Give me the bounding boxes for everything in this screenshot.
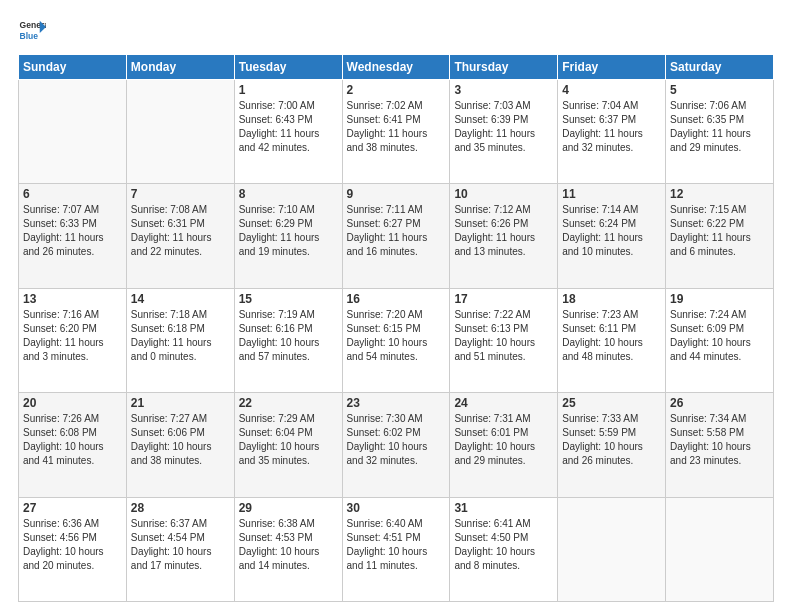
day-info: Sunrise: 7:23 AMSunset: 6:11 PMDaylight:… [562, 308, 661, 364]
day-number: 15 [239, 292, 338, 306]
calendar-cell: 16Sunrise: 7:20 AMSunset: 6:15 PMDayligh… [342, 288, 450, 392]
calendar-cell: 13Sunrise: 7:16 AMSunset: 6:20 PMDayligh… [19, 288, 127, 392]
calendar-body: 1Sunrise: 7:00 AMSunset: 6:43 PMDaylight… [19, 80, 774, 602]
calendar-cell: 3Sunrise: 7:03 AMSunset: 6:39 PMDaylight… [450, 80, 558, 184]
calendar-cell [666, 497, 774, 601]
calendar-cell: 20Sunrise: 7:26 AMSunset: 6:08 PMDayligh… [19, 393, 127, 497]
calendar-cell: 31Sunrise: 6:41 AMSunset: 4:50 PMDayligh… [450, 497, 558, 601]
day-info: Sunrise: 6:37 AMSunset: 4:54 PMDaylight:… [131, 517, 230, 573]
day-info: Sunrise: 7:00 AMSunset: 6:43 PMDaylight:… [239, 99, 338, 155]
day-info: Sunrise: 7:29 AMSunset: 6:04 PMDaylight:… [239, 412, 338, 468]
calendar-cell: 25Sunrise: 7:33 AMSunset: 5:59 PMDayligh… [558, 393, 666, 497]
day-number: 1 [239, 83, 338, 97]
day-number: 13 [23, 292, 122, 306]
day-number: 31 [454, 501, 553, 515]
calendar-table: SundayMondayTuesdayWednesdayThursdayFrid… [18, 54, 774, 602]
calendar-cell: 7Sunrise: 7:08 AMSunset: 6:31 PMDaylight… [126, 184, 234, 288]
page: General Blue SundayMondayTuesdayWednesda… [0, 0, 792, 612]
day-number: 21 [131, 396, 230, 410]
day-info: Sunrise: 7:03 AMSunset: 6:39 PMDaylight:… [454, 99, 553, 155]
day-info: Sunrise: 7:07 AMSunset: 6:33 PMDaylight:… [23, 203, 122, 259]
day-number: 7 [131, 187, 230, 201]
calendar-cell: 5Sunrise: 7:06 AMSunset: 6:35 PMDaylight… [666, 80, 774, 184]
day-info: Sunrise: 7:10 AMSunset: 6:29 PMDaylight:… [239, 203, 338, 259]
day-info: Sunrise: 6:40 AMSunset: 4:51 PMDaylight:… [347, 517, 446, 573]
day-info: Sunrise: 7:02 AMSunset: 6:41 PMDaylight:… [347, 99, 446, 155]
day-info: Sunrise: 6:41 AMSunset: 4:50 PMDaylight:… [454, 517, 553, 573]
day-info: Sunrise: 6:38 AMSunset: 4:53 PMDaylight:… [239, 517, 338, 573]
calendar-cell: 17Sunrise: 7:22 AMSunset: 6:13 PMDayligh… [450, 288, 558, 392]
logo: General Blue [18, 16, 46, 44]
calendar-header: SundayMondayTuesdayWednesdayThursdayFrid… [19, 55, 774, 80]
calendar-cell: 14Sunrise: 7:18 AMSunset: 6:18 PMDayligh… [126, 288, 234, 392]
header-cell-monday: Monday [126, 55, 234, 80]
day-info: Sunrise: 7:16 AMSunset: 6:20 PMDaylight:… [23, 308, 122, 364]
day-number: 16 [347, 292, 446, 306]
header-cell-sunday: Sunday [19, 55, 127, 80]
day-info: Sunrise: 7:34 AMSunset: 5:58 PMDaylight:… [670, 412, 769, 468]
day-info: Sunrise: 7:19 AMSunset: 6:16 PMDaylight:… [239, 308, 338, 364]
day-info: Sunrise: 7:14 AMSunset: 6:24 PMDaylight:… [562, 203, 661, 259]
day-number: 12 [670, 187, 769, 201]
day-info: Sunrise: 7:33 AMSunset: 5:59 PMDaylight:… [562, 412, 661, 468]
calendar-cell: 1Sunrise: 7:00 AMSunset: 6:43 PMDaylight… [234, 80, 342, 184]
week-row-1: 1Sunrise: 7:00 AMSunset: 6:43 PMDaylight… [19, 80, 774, 184]
day-number: 29 [239, 501, 338, 515]
calendar-cell: 26Sunrise: 7:34 AMSunset: 5:58 PMDayligh… [666, 393, 774, 497]
day-number: 9 [347, 187, 446, 201]
day-number: 11 [562, 187, 661, 201]
calendar-cell: 4Sunrise: 7:04 AMSunset: 6:37 PMDaylight… [558, 80, 666, 184]
calendar-cell: 21Sunrise: 7:27 AMSunset: 6:06 PMDayligh… [126, 393, 234, 497]
day-info: Sunrise: 7:12 AMSunset: 6:26 PMDaylight:… [454, 203, 553, 259]
day-info: Sunrise: 7:31 AMSunset: 6:01 PMDaylight:… [454, 412, 553, 468]
day-number: 3 [454, 83, 553, 97]
header-cell-thursday: Thursday [450, 55, 558, 80]
header-cell-wednesday: Wednesday [342, 55, 450, 80]
day-number: 30 [347, 501, 446, 515]
day-number: 14 [131, 292, 230, 306]
calendar-cell: 10Sunrise: 7:12 AMSunset: 6:26 PMDayligh… [450, 184, 558, 288]
day-number: 22 [239, 396, 338, 410]
day-number: 6 [23, 187, 122, 201]
calendar-cell: 15Sunrise: 7:19 AMSunset: 6:16 PMDayligh… [234, 288, 342, 392]
calendar-cell [558, 497, 666, 601]
calendar-cell [19, 80, 127, 184]
calendar-cell: 22Sunrise: 7:29 AMSunset: 6:04 PMDayligh… [234, 393, 342, 497]
day-info: Sunrise: 7:11 AMSunset: 6:27 PMDaylight:… [347, 203, 446, 259]
day-info: Sunrise: 7:08 AMSunset: 6:31 PMDaylight:… [131, 203, 230, 259]
header-cell-saturday: Saturday [666, 55, 774, 80]
day-number: 2 [347, 83, 446, 97]
day-info: Sunrise: 6:36 AMSunset: 4:56 PMDaylight:… [23, 517, 122, 573]
day-number: 28 [131, 501, 230, 515]
day-number: 4 [562, 83, 661, 97]
svg-text:Blue: Blue [20, 31, 39, 41]
logo-icon: General Blue [18, 16, 46, 44]
calendar-cell: 23Sunrise: 7:30 AMSunset: 6:02 PMDayligh… [342, 393, 450, 497]
calendar-cell [126, 80, 234, 184]
day-number: 25 [562, 396, 661, 410]
calendar-cell: 2Sunrise: 7:02 AMSunset: 6:41 PMDaylight… [342, 80, 450, 184]
day-info: Sunrise: 7:04 AMSunset: 6:37 PMDaylight:… [562, 99, 661, 155]
day-info: Sunrise: 7:26 AMSunset: 6:08 PMDaylight:… [23, 412, 122, 468]
day-number: 17 [454, 292, 553, 306]
day-number: 5 [670, 83, 769, 97]
week-row-3: 13Sunrise: 7:16 AMSunset: 6:20 PMDayligh… [19, 288, 774, 392]
day-number: 18 [562, 292, 661, 306]
day-number: 23 [347, 396, 446, 410]
calendar-cell: 18Sunrise: 7:23 AMSunset: 6:11 PMDayligh… [558, 288, 666, 392]
week-row-2: 6Sunrise: 7:07 AMSunset: 6:33 PMDaylight… [19, 184, 774, 288]
day-number: 26 [670, 396, 769, 410]
day-info: Sunrise: 7:15 AMSunset: 6:22 PMDaylight:… [670, 203, 769, 259]
calendar-cell: 6Sunrise: 7:07 AMSunset: 6:33 PMDaylight… [19, 184, 127, 288]
header: General Blue [18, 16, 774, 44]
day-number: 27 [23, 501, 122, 515]
week-row-5: 27Sunrise: 6:36 AMSunset: 4:56 PMDayligh… [19, 497, 774, 601]
header-cell-tuesday: Tuesday [234, 55, 342, 80]
calendar-cell: 9Sunrise: 7:11 AMSunset: 6:27 PMDaylight… [342, 184, 450, 288]
calendar-cell: 11Sunrise: 7:14 AMSunset: 6:24 PMDayligh… [558, 184, 666, 288]
day-info: Sunrise: 7:18 AMSunset: 6:18 PMDaylight:… [131, 308, 230, 364]
calendar-cell: 28Sunrise: 6:37 AMSunset: 4:54 PMDayligh… [126, 497, 234, 601]
day-number: 20 [23, 396, 122, 410]
day-number: 8 [239, 187, 338, 201]
calendar-cell: 30Sunrise: 6:40 AMSunset: 4:51 PMDayligh… [342, 497, 450, 601]
